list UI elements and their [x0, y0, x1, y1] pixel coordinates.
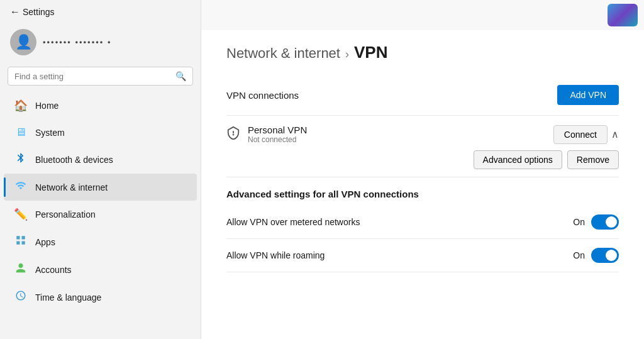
user-section: 👤 ••••••• ••••••• •	[0, 24, 201, 63]
sidebar-item-network[interactable]: Network & internet	[4, 174, 197, 201]
network-icon	[14, 180, 28, 194]
user-icon: 👤	[15, 34, 32, 50]
vpn-status: Not connected	[248, 135, 307, 144]
metered-networks-label: Allow VPN over metered networks	[226, 217, 360, 227]
sidebar-item-label: System	[35, 128, 65, 138]
advanced-settings-title: Advanced settings for all VPN connection…	[226, 189, 619, 199]
nav-list: 🏠 Home 🖥 System Bluetooth & devices Netw…	[0, 92, 201, 339]
accounts-icon	[14, 262, 28, 277]
vpn-entry-right: Connect ∧	[553, 125, 619, 144]
add-vpn-button[interactable]: Add VPN	[557, 85, 619, 105]
back-arrow-icon: ←	[10, 6, 20, 18]
sidebar-item-personalization[interactable]: ✏️ Personalization	[4, 201, 197, 228]
sidebar-item-home[interactable]: 🏠 Home	[4, 92, 197, 119]
apps-icon	[14, 235, 28, 249]
metered-networks-row: Allow VPN over metered networks On	[226, 206, 619, 239]
advanced-settings-section: Advanced settings for all VPN connection…	[226, 177, 619, 279]
vpn-entry-left: Personal VPN Not connected	[226, 125, 307, 144]
svg-rect-1	[22, 236, 25, 239]
vpn-info: Personal VPN Not connected	[248, 125, 307, 144]
metered-networks-value: On	[573, 217, 585, 227]
connect-button[interactable]: Connect	[553, 125, 608, 144]
bluetooth-icon	[14, 152, 28, 167]
vpn-shield-icon	[226, 126, 240, 143]
vpn-entry-header: Personal VPN Not connected Connect ∧	[226, 125, 619, 144]
main-content: Network & internet › VPN VPN connections…	[201, 0, 644, 339]
color-bar-icon	[608, 4, 638, 26]
roaming-toggle[interactable]	[591, 248, 619, 263]
toggle-knob	[606, 250, 617, 261]
time-icon	[14, 290, 28, 304]
roaming-right: On	[573, 248, 619, 263]
content-area: VPN connections Add VPN Personal VPN	[201, 69, 644, 285]
roaming-label: Allow VPN while roaming	[226, 250, 325, 260]
sidebar-item-label: Personalization	[35, 209, 96, 220]
svg-rect-0	[16, 236, 19, 239]
window-title: Settings	[23, 7, 55, 17]
home-icon: 🏠	[14, 99, 28, 113]
back-button[interactable]: ← Settings	[10, 6, 55, 18]
top-bar	[201, 0, 644, 30]
sidebar-item-bluetooth[interactable]: Bluetooth & devices	[4, 146, 197, 173]
sidebar-item-label: Time & language	[35, 292, 101, 303]
breadcrumb: Network & internet	[226, 45, 340, 62]
vpn-connections-row: VPN connections Add VPN	[226, 75, 619, 116]
sidebar-item-label: Accounts	[35, 265, 72, 275]
search-input[interactable]	[14, 72, 172, 81]
sidebar-item-label: Network & internet	[35, 182, 108, 192]
vpn-entry: Personal VPN Not connected Connect ∧ Adv…	[226, 116, 619, 177]
sidebar-item-label: Bluetooth & devices	[35, 155, 113, 165]
roaming-value: On	[573, 250, 585, 260]
svg-rect-3	[22, 242, 25, 245]
search-container: 🔍	[0, 63, 201, 92]
username: ••••••• ••••••• •	[43, 38, 112, 47]
sidebar-item-apps[interactable]: Apps	[4, 228, 197, 255]
vpn-actions: Advanced options Remove	[226, 144, 619, 173]
svg-rect-2	[16, 242, 19, 245]
toggle-knob	[606, 216, 617, 228]
sidebar-item-time[interactable]: Time & language	[4, 284, 197, 311]
sidebar-item-accounts[interactable]: Accounts	[4, 256, 197, 283]
sidebar-item-label: Home	[35, 101, 58, 111]
page-title: VPN	[354, 43, 387, 62]
avatar: 👤	[10, 29, 36, 55]
remove-button[interactable]: Remove	[567, 150, 619, 169]
roaming-row: Allow VPN while roaming On	[226, 239, 619, 272]
breadcrumb-arrow-icon: ›	[345, 48, 349, 61]
page-header: Network & internet › VPN	[201, 30, 644, 69]
search-icon: 🔍	[175, 71, 186, 81]
vpn-name: Personal VPN	[248, 125, 307, 135]
metered-networks-toggle[interactable]	[591, 214, 619, 230]
sidebar-item-label: Apps	[35, 237, 55, 247]
sidebar-header: ← Settings	[0, 0, 201, 24]
advanced-options-button[interactable]: Advanced options	[474, 150, 562, 169]
metered-networks-right: On	[573, 214, 619, 230]
personalization-icon: ✏️	[14, 208, 28, 221]
svg-point-5	[233, 135, 234, 135]
vpn-connections-label: VPN connections	[226, 90, 299, 101]
system-icon: 🖥	[14, 126, 28, 139]
sidebar-item-system[interactable]: 🖥 System	[4, 119, 197, 145]
search-box: 🔍	[8, 67, 193, 86]
sidebar: ← Settings 👤 ••••••• ••••••• • 🔍 🏠 Home …	[0, 0, 201, 339]
chevron-up-icon[interactable]: ∧	[611, 128, 619, 140]
